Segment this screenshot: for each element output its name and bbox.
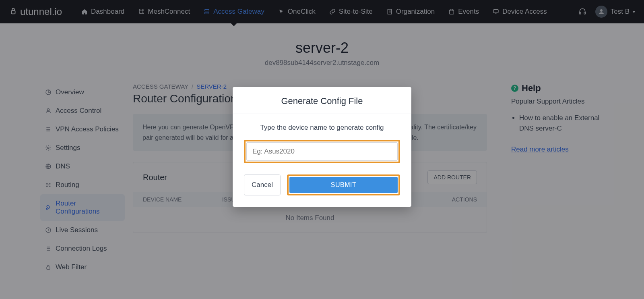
generate-config-modal: Generate Config File Type the device nam… bbox=[233, 87, 411, 207]
modal-backdrop[interactable]: Generate Config File Type the device nam… bbox=[0, 0, 644, 299]
submit-button[interactable]: SUBMIT bbox=[289, 177, 398, 193]
cancel-button[interactable]: Cancel bbox=[244, 174, 281, 195]
modal-title: Generate Config File bbox=[233, 87, 411, 114]
device-name-input-highlight bbox=[244, 140, 400, 163]
device-name-input[interactable] bbox=[246, 142, 398, 161]
modal-prompt: Type the device name to generate config bbox=[244, 124, 400, 132]
submit-button-highlight: SUBMIT bbox=[287, 174, 400, 195]
